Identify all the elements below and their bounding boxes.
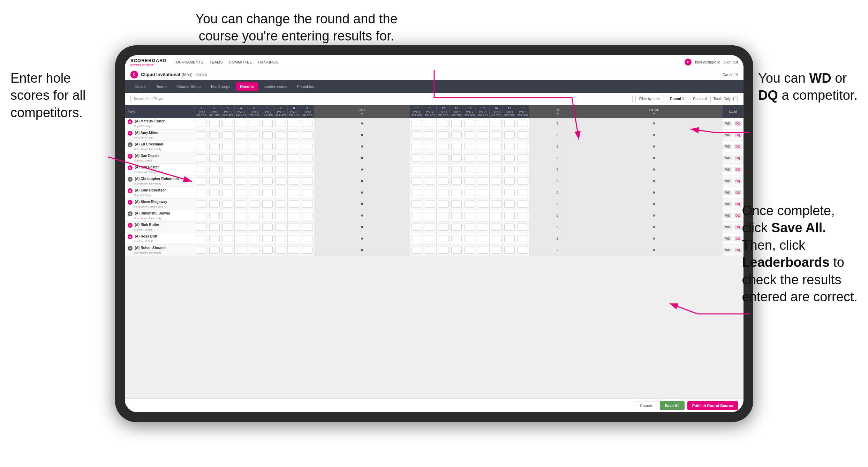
score-input-hole-17-player-10[interactable] [504,235,515,242]
score-input-hole-2-player-1[interactable] [209,131,220,138]
score-input-hole-10-player-9[interactable] [412,224,422,231]
score-input-hole-9-player-9[interactable] [302,224,312,231]
score-input-hole-7-player-8[interactable] [276,212,286,219]
dq-button-player-4[interactable]: DQ [734,167,742,172]
score-input-hole-3-player-5[interactable] [222,178,233,184]
score-input-hole-6-player-11[interactable] [262,247,273,254]
score-input-hole-3-player-10[interactable] [222,235,233,242]
tab-course-setup[interactable]: Course Setup [173,82,205,91]
score-input-hole-6-player-2[interactable] [262,143,273,150]
wd-button-player-8[interactable]: WD [723,213,732,218]
dq-button-player-11[interactable]: DQ [734,248,742,253]
sign-out-link[interactable]: Sign out [724,60,738,64]
score-input-hole-7-player-5[interactable] [276,178,286,184]
score-input-hole-2-player-9[interactable] [209,224,220,231]
score-input-hole-10-player-7[interactable] [412,201,422,208]
score-input-hole-13-player-11[interactable] [451,247,462,254]
score-input-hole-18-player-9[interactable] [518,224,528,231]
score-input-hole-9-player-3[interactable] [302,155,312,161]
score-input-hole-12-player-3[interactable] [438,155,448,161]
score-input-hole-6-player-10[interactable] [262,235,273,242]
score-input-hole-1-player-11[interactable] [196,247,206,254]
score-input-hole-3-player-11[interactable] [222,247,233,254]
tab-teams[interactable]: Teams [152,82,172,91]
tab-results[interactable]: Results [236,82,258,91]
score-input-hole-18-player-1[interactable] [518,131,528,138]
score-input-hole-8-player-6[interactable] [289,189,299,196]
dq-button-player-3[interactable]: DQ [734,156,742,160]
score-input-hole-12-player-7[interactable] [438,201,448,208]
wd-button-player-0[interactable]: WD [723,121,732,126]
score-input-hole-12-player-4[interactable] [438,166,448,173]
score-input-hole-15-player-8[interactable] [478,212,488,219]
score-input-hole-16-player-1[interactable] [491,131,501,138]
score-input-hole-13-player-2[interactable] [451,143,462,150]
nav-committee[interactable]: COMMITTEE [229,60,252,64]
score-input-hole-18-player-7[interactable] [518,201,528,208]
score-input-hole-13-player-1[interactable] [451,131,462,138]
score-input-hole-15-player-10[interactable] [478,235,488,242]
score-input-hole-3-player-0[interactable] [222,120,233,127]
score-input-hole-8-player-9[interactable] [289,224,299,231]
score-input-hole-4-player-5[interactable] [236,178,246,184]
score-input-hole-5-player-5[interactable] [249,178,259,184]
score-input-hole-15-player-9[interactable] [478,224,488,231]
wd-button-player-4[interactable]: WD [723,167,732,172]
filter-team-button[interactable]: Filter by team [635,95,664,103]
score-input-hole-14-player-7[interactable] [465,201,475,208]
score-input-hole-6-player-6[interactable] [262,189,273,196]
score-input-hole-5-player-2[interactable] [249,143,259,150]
score-input-hole-2-player-7[interactable] [209,201,220,208]
score-input-hole-18-player-5[interactable] [518,178,528,184]
score-input-hole-2-player-4[interactable] [209,166,220,173]
score-input-hole-14-player-9[interactable] [465,224,475,231]
score-input-hole-2-player-6[interactable] [209,189,220,196]
score-input-hole-14-player-1[interactable] [465,131,475,138]
score-input-hole-13-player-4[interactable] [451,166,462,173]
score-input-hole-16-player-9[interactable] [491,224,501,231]
score-input-hole-18-player-3[interactable] [518,155,528,161]
score-input-hole-13-player-10[interactable] [451,235,462,242]
score-input-hole-11-player-8[interactable] [425,212,435,219]
score-input-hole-5-player-1[interactable] [249,131,259,138]
score-input-hole-11-player-9[interactable] [425,224,435,231]
dq-button-player-8[interactable]: DQ [734,213,742,218]
score-input-hole-18-player-2[interactable] [518,143,528,150]
score-input-hole-16-player-0[interactable] [491,120,501,127]
score-input-hole-14-player-4[interactable] [465,166,475,173]
score-input-hole-4-player-7[interactable] [236,201,246,208]
score-input-hole-4-player-4[interactable] [236,166,246,173]
score-input-hole-14-player-0[interactable] [465,120,475,127]
round-selector[interactable]: Round 1 [667,95,687,103]
score-input-hole-16-player-5[interactable] [491,178,501,184]
score-input-hole-8-player-10[interactable] [289,235,299,242]
cancel-button[interactable]: Cancel [635,401,657,410]
score-input-hole-4-player-6[interactable] [236,189,246,196]
score-input-hole-11-player-0[interactable] [425,120,435,127]
dq-button-player-10[interactable]: DQ [734,236,742,241]
wd-button-player-6[interactable]: WD [723,190,732,195]
score-input-hole-7-player-9[interactable] [276,224,286,231]
score-input-hole-17-player-9[interactable] [504,224,515,231]
score-input-hole-10-player-3[interactable] [412,155,422,161]
score-input-hole-8-player-3[interactable] [289,155,299,161]
score-input-hole-9-player-5[interactable] [302,178,312,184]
score-input-hole-3-player-2[interactable] [222,143,233,150]
score-input-hole-12-player-8[interactable] [438,212,448,219]
score-input-hole-13-player-8[interactable] [451,212,462,219]
score-input-hole-7-player-2[interactable] [276,143,286,150]
score-input-hole-5-player-11[interactable] [249,247,259,254]
score-input-hole-17-player-2[interactable] [504,143,515,150]
score-input-hole-18-player-6[interactable] [518,189,528,196]
score-input-hole-6-player-4[interactable] [262,166,273,173]
score-input-hole-8-player-2[interactable] [289,143,299,150]
score-input-hole-18-player-10[interactable] [518,235,528,242]
score-input-hole-15-player-1[interactable] [478,131,488,138]
score-input-hole-7-player-4[interactable] [276,166,286,173]
score-input-hole-3-player-3[interactable] [222,155,233,161]
score-input-hole-13-player-7[interactable] [451,201,462,208]
score-input-hole-9-player-8[interactable] [302,212,312,219]
wd-button-player-5[interactable]: WD [723,179,732,183]
tab-printables[interactable]: Printables [293,82,318,91]
score-input-hole-14-player-3[interactable] [465,155,475,161]
